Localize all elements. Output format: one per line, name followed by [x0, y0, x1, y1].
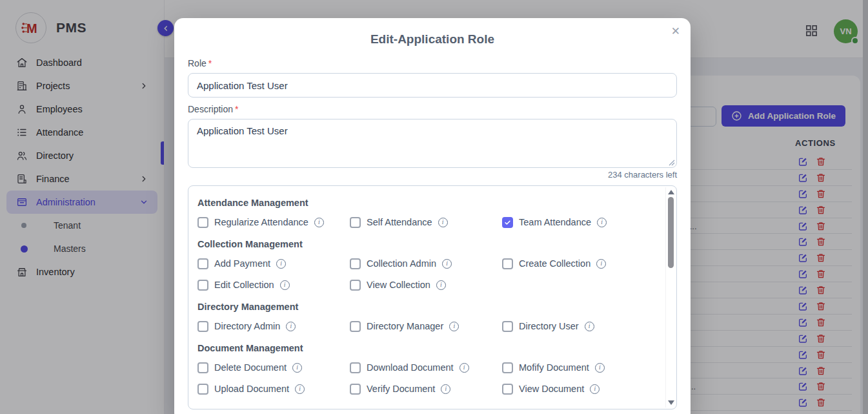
permission-checkbox-item[interactable]: Directory Manageri: [350, 320, 502, 333]
info-icon[interactable]: i: [596, 259, 606, 269]
checkbox-unchecked[interactable]: [350, 280, 361, 291]
permission-checkbox-item[interactable]: Mofify Documenti: [502, 361, 654, 374]
permission-group: Attendance ManagementRegularize Attendan…: [197, 198, 654, 229]
role-input[interactable]: [188, 73, 677, 98]
permission-grid: Directory AdminiDirectory ManageriDirect…: [197, 320, 654, 333]
permission-checkbox-item[interactable]: Verify Documenti: [350, 382, 502, 395]
checkbox-unchecked[interactable]: [197, 384, 208, 395]
close-icon[interactable]: ✕: [671, 26, 680, 37]
permission-label: Verify Document: [367, 384, 435, 394]
checkbox-unchecked[interactable]: [502, 258, 513, 269]
checkbox-unchecked[interactable]: [197, 280, 208, 291]
permission-label: Upload Document: [214, 384, 289, 394]
info-icon[interactable]: i: [597, 218, 607, 227]
permission-label: Self Attendance: [367, 217, 432, 227]
permission-checkbox-item[interactable]: View Documenti: [502, 382, 654, 395]
permission-checkbox-item[interactable]: Directory Admini: [197, 320, 350, 333]
permission-checkbox-item[interactable]: Upload Documenti: [197, 382, 350, 395]
screen: M PMS DashboardProjectsEmployeesAttendan…: [0, 0, 868, 414]
info-icon[interactable]: i: [459, 363, 469, 373]
permission-checkbox-item[interactable]: Team Attendancei: [502, 216, 654, 229]
checkbox-unchecked[interactable]: [197, 362, 208, 373]
info-icon[interactable]: i: [292, 363, 302, 373]
permission-grid: Regularize AttendanceiSelf AttendanceiTe…: [197, 216, 654, 229]
checkbox-unchecked[interactable]: [502, 362, 513, 373]
info-icon[interactable]: i: [295, 384, 305, 394]
modal-body: Role* Description* Application Test User…: [174, 58, 691, 409]
characters-left-counter: 234 characters left: [188, 170, 677, 180]
info-icon[interactable]: i: [595, 363, 605, 373]
checkbox-unchecked[interactable]: [350, 258, 361, 269]
permission-label: Delete Document: [214, 362, 287, 373]
checkbox-unchecked[interactable]: [350, 217, 361, 228]
required-asterisk: *: [208, 58, 212, 68]
info-icon[interactable]: i: [449, 322, 459, 331]
permission-label: Directory User: [519, 321, 579, 331]
permission-group-title: Document Management: [197, 343, 654, 353]
permission-group-title: Attendance Management: [197, 198, 654, 208]
checkbox-unchecked[interactable]: [197, 217, 208, 228]
permission-label: Team Attendance: [519, 217, 591, 227]
description-label: Description*: [188, 104, 677, 114]
checkbox-unchecked[interactable]: [502, 321, 513, 332]
permission-checkbox-item[interactable]: Edit Collectioni: [197, 278, 350, 291]
info-icon[interactable]: i: [314, 218, 324, 227]
permissions-container: Attendance ManagementRegularize Attendan…: [188, 185, 677, 409]
permission-label: Create Collection: [519, 258, 590, 269]
scroll-down-arrow-icon[interactable]: [668, 400, 674, 405]
checkbox-unchecked[interactable]: [502, 384, 513, 395]
permission-group-title: Directory Management: [197, 302, 654, 312]
info-icon[interactable]: i: [280, 280, 290, 290]
permission-label: Directory Manager: [367, 321, 443, 331]
permission-label: Add Payment: [214, 258, 270, 269]
info-icon[interactable]: i: [438, 218, 448, 227]
checkbox-unchecked[interactable]: [350, 321, 361, 332]
permission-checkbox-item[interactable]: Delete Documenti: [197, 361, 350, 374]
permissions-list: Attendance ManagementRegularize Attendan…: [188, 186, 676, 395]
permission-label: Edit Collection: [214, 280, 274, 290]
permissions-scrollbar[interactable]: [665, 187, 675, 408]
permission-checkbox-item[interactable]: Download Documenti: [350, 361, 502, 374]
role-label: Role*: [188, 58, 677, 68]
edit-application-role-modal: ✕ Edit-Application Role Role* Descriptio…: [174, 18, 691, 414]
permission-label: Regularize Attendance: [214, 217, 308, 227]
permission-label: Download Document: [367, 362, 454, 373]
permission-checkbox-item[interactable]: Add Paymenti: [197, 257, 350, 270]
required-asterisk: *: [235, 104, 238, 114]
checkbox-unchecked[interactable]: [350, 384, 361, 395]
permission-group: Collection ManagementAdd PaymentiCollect…: [197, 239, 654, 291]
modal-title: Edit-Application Role: [174, 18, 691, 48]
permission-grid: Add PaymentiCollection AdminiCreate Coll…: [197, 257, 654, 291]
permission-grid: Delete DocumentiDownload DocumentiMofify…: [197, 361, 654, 395]
permission-label: View Document: [519, 384, 584, 394]
permission-label: View Collection: [367, 280, 430, 290]
permission-label: Collection Admin: [367, 258, 436, 269]
description-textarea[interactable]: Application Test User: [188, 119, 677, 168]
permission-checkbox-item[interactable]: Regularize Attendancei: [197, 216, 350, 229]
permission-checkbox-item[interactable]: View Collectioni: [350, 278, 502, 291]
permission-checkbox-item[interactable]: Directory Useri: [502, 320, 654, 333]
checkbox-unchecked[interactable]: [350, 362, 361, 373]
scrollbar-thumb[interactable]: [668, 197, 674, 268]
checkbox-unchecked[interactable]: [197, 321, 208, 332]
permission-group-title: Collection Management: [197, 239, 654, 249]
info-icon[interactable]: i: [276, 259, 286, 269]
info-icon[interactable]: i: [590, 384, 600, 394]
permission-checkbox-item[interactable]: Create Collectioni: [502, 257, 654, 270]
permission-group: Directory ManagementDirectory AdminiDire…: [197, 302, 654, 333]
info-icon[interactable]: i: [441, 384, 450, 394]
permission-checkbox-item[interactable]: Self Attendancei: [350, 216, 502, 229]
permission-label: Directory Admin: [214, 321, 280, 331]
info-icon[interactable]: i: [585, 322, 594, 331]
permission-checkbox-item[interactable]: Collection Admini: [350, 257, 502, 270]
checkbox-checked[interactable]: [502, 217, 513, 228]
info-icon[interactable]: i: [436, 280, 446, 290]
scroll-up-arrow-icon[interactable]: [668, 190, 674, 194]
permission-label: Mofify Document: [519, 362, 589, 373]
permission-group: Document ManagementDelete DocumentiDownl…: [197, 343, 654, 395]
checkbox-unchecked[interactable]: [197, 258, 208, 269]
info-icon[interactable]: i: [442, 259, 452, 269]
info-icon[interactable]: i: [286, 322, 296, 331]
